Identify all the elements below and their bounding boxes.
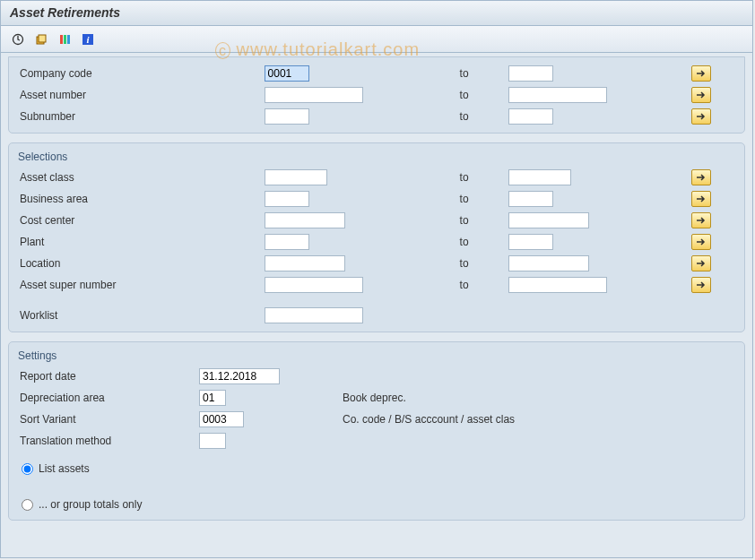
arrow-right-icon	[696, 69, 707, 78]
selections-title: Selections	[16, 149, 737, 167]
worklist-input[interactable]	[265, 307, 363, 323]
field-label: Cost center	[16, 210, 261, 231]
from-input[interactable]	[265, 212, 345, 228]
from-input[interactable]	[265, 108, 309, 125]
field-label: Asset number	[16, 84, 261, 106]
multi-select-button[interactable]	[691, 255, 711, 271]
setting-input[interactable]	[199, 390, 226, 406]
arrow-right-icon	[696, 237, 707, 246]
multi-select-button[interactable]	[691, 65, 711, 82]
field-label: Plant	[16, 231, 261, 253]
svg-rect-3	[60, 35, 63, 44]
field-label: Subnumber	[16, 106, 261, 127]
layers-icon	[35, 33, 48, 46]
watermark: c www.tutorialkart.com	[215, 39, 420, 60]
app-window: Asset Retirements i Company codetoAsset …	[0, 0, 753, 558]
multi-select-button[interactable]	[691, 108, 711, 125]
to-label: to	[456, 231, 506, 253]
to-label: to	[456, 63, 506, 84]
multi-select-button[interactable]	[691, 277, 711, 293]
multi-select-button[interactable]	[691, 169, 711, 185]
multi-select-button[interactable]	[691, 87, 711, 103]
field-label: Company code	[16, 63, 261, 84]
field-label: Location	[16, 253, 261, 274]
multi-select-button[interactable]	[691, 234, 711, 250]
from-input[interactable]	[265, 234, 309, 250]
multi-select-button[interactable]	[691, 191, 711, 207]
to-label: to	[456, 274, 506, 296]
to-input[interactable]	[508, 234, 553, 250]
field-label: Sort Variant	[16, 409, 195, 430]
svg-rect-5	[67, 35, 70, 44]
execute-button[interactable]	[8, 30, 28, 48]
field-label: Translation method	[16, 430, 195, 452]
variant-button[interactable]	[31, 30, 51, 48]
to-input[interactable]	[508, 277, 607, 293]
list-assets-label[interactable]: List assets	[39, 462, 90, 475]
to-label: to	[456, 167, 506, 188]
to-input[interactable]	[508, 212, 589, 228]
from-input[interactable]	[265, 169, 327, 185]
to-input[interactable]	[508, 255, 589, 271]
group-totals-radio[interactable]	[22, 499, 33, 511]
page-title: Asset Retirements	[1, 1, 752, 26]
options-button[interactable]	[55, 30, 74, 48]
svg-rect-4	[64, 35, 66, 44]
setting-description	[339, 430, 737, 452]
clock-icon	[12, 33, 24, 46]
to-label: to	[456, 106, 506, 127]
from-input[interactable]	[265, 65, 309, 82]
selections-panel: Selections Asset classtoBusiness areatoC…	[8, 142, 745, 332]
arrow-right-icon	[696, 90, 707, 99]
setting-input[interactable]	[199, 433, 226, 449]
columns-icon	[58, 33, 71, 46]
svg-rect-2	[39, 35, 46, 42]
to-label: to	[456, 253, 506, 274]
field-label: Business area	[16, 188, 261, 210]
from-input[interactable]	[265, 87, 363, 103]
to-label: to	[456, 210, 506, 231]
to-label: to	[456, 188, 506, 210]
arrow-right-icon	[696, 280, 707, 289]
arrow-right-icon	[696, 173, 707, 182]
settings-title: Settings	[16, 348, 737, 366]
arrow-right-icon	[696, 112, 707, 121]
to-input[interactable]	[508, 191, 553, 207]
worklist-label: Worklist	[16, 305, 261, 326]
to-input[interactable]	[508, 65, 553, 82]
setting-input[interactable]	[199, 411, 244, 427]
from-input[interactable]	[265, 191, 309, 207]
group-totals-label[interactable]: ... or group totals only	[39, 498, 142, 511]
list-assets-radio[interactable]	[22, 463, 33, 475]
setting-description	[339, 366, 737, 387]
settings-panel: Settings Report dateDepreciation areaBoo…	[8, 341, 745, 521]
to-label: to	[456, 84, 506, 106]
field-label: Asset class	[16, 167, 261, 188]
criteria-panel-top: Company codetoAsset numbertoSubnumberto	[8, 56, 745, 134]
from-input[interactable]	[265, 255, 345, 271]
setting-description: Book deprec.	[339, 387, 737, 409]
setting-input[interactable]	[199, 368, 280, 384]
to-input[interactable]	[508, 169, 571, 185]
to-input[interactable]	[508, 108, 553, 125]
arrow-right-icon	[696, 216, 707, 225]
field-label: Depreciation area	[16, 387, 195, 409]
info-icon: i	[82, 33, 94, 46]
from-input[interactable]	[265, 277, 363, 293]
to-input[interactable]	[508, 87, 607, 103]
field-label: Report date	[16, 366, 195, 387]
arrow-right-icon	[696, 259, 707, 268]
setting-description: Co. code / B/S acccount / asset clas	[339, 409, 737, 430]
info-button[interactable]: i	[78, 30, 98, 48]
arrow-right-icon	[696, 194, 707, 203]
field-label: Asset super number	[16, 274, 261, 296]
multi-select-button[interactable]	[691, 212, 711, 228]
